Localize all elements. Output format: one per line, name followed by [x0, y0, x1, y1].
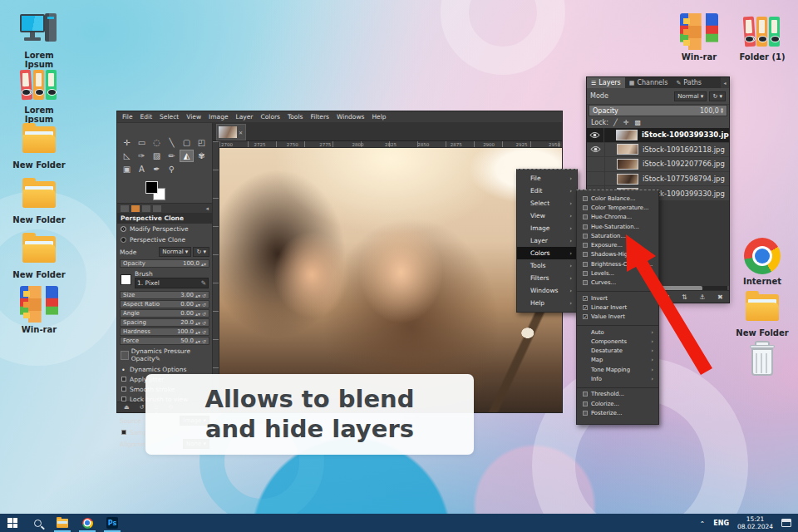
submenu-item[interactable]: Map ›	[577, 356, 658, 365]
visibility-toggle[interactable]	[587, 157, 605, 171]
desktop-icon[interactable]: New Folder	[12, 231, 66, 286]
layer-name[interactable]: iStock-1090399330.jpg	[642, 131, 729, 139]
layer-thumbnail[interactable]	[617, 174, 638, 185]
duplicate-layer-button[interactable]: ▣	[663, 293, 670, 301]
submenu-item[interactable]: ›	[577, 322, 658, 326]
context-menu-item[interactable]: Windows ›	[517, 284, 577, 297]
submenu-item[interactable]: ›	[577, 288, 658, 292]
context-menu-item[interactable]: Colors ›	[517, 247, 577, 259]
text-tool-button[interactable]: A	[135, 163, 149, 175]
spinner-icon[interactable]: ▲▼	[721, 107, 723, 114]
crop-tool-button[interactable]: ▢	[180, 136, 194, 149]
submenu-item[interactable]: Saturation... ›	[577, 231, 658, 240]
radio-dot[interactable]	[121, 226, 126, 232]
context-menu-item[interactable]: Select ›	[517, 197, 577, 209]
mode-dropdown[interactable]: Normal ▾	[159, 247, 191, 257]
desktop-icon[interactable]: Win-rar	[672, 13, 727, 62]
submenu-item[interactable]: Hue-Chroma... ›	[577, 213, 658, 222]
context-menu-item[interactable]: Image ›	[517, 222, 577, 234]
lock-toggle-icon[interactable]: ╱	[613, 119, 618, 126]
airbrush-tool-button[interactable]: ✏	[165, 150, 179, 162]
checkbox[interactable]	[121, 377, 126, 382]
layer-name[interactable]: iStock-1092207766.jpg	[643, 160, 725, 168]
move-tool-button[interactable]: ✛	[120, 136, 134, 149]
tool-option-radio[interactable]: Modify Perspective	[117, 224, 212, 234]
menu-item[interactable]: Layer	[236, 113, 254, 121]
submenu-item[interactable]: ›	[577, 384, 658, 388]
submenu-item[interactable]: Value Invert ›	[577, 313, 658, 322]
menu-item[interactable]: Help	[372, 113, 386, 121]
photo-canvas[interactable]	[219, 148, 562, 412]
gradient-tool-button[interactable]: ◺	[120, 150, 134, 162]
context-menu-item[interactable]: File ›	[517, 172, 577, 185]
submenu-item[interactable]: Brightness-Contrast... ›	[577, 259, 658, 268]
tool-opacity-slider[interactable]: Opacity 100,0 ▴▾	[120, 259, 209, 268]
submenu-item[interactable]: Threshold... ›	[577, 390, 658, 399]
restore-preset-icon[interactable]: ↺	[140, 404, 145, 411]
dock-tab[interactable]	[131, 205, 140, 212]
eraser-tool-button[interactable]: ▨	[150, 150, 164, 162]
toolbox-dock-tabs[interactable]: ◂	[117, 203, 212, 213]
notification-center-icon[interactable]	[781, 519, 791, 527]
tool-option-radio[interactable]: Perspective Clone	[117, 234, 212, 245]
measure-tool-button[interactable]: ╲	[165, 136, 179, 149]
menu-item[interactable]: View	[186, 113, 201, 121]
submenu-item[interactable]: Linear Invert ›	[577, 303, 658, 312]
delete-layer-button[interactable]: ✖	[717, 293, 723, 301]
reset-icon[interactable]: ↺	[202, 320, 206, 326]
dock-collapse-icon[interactable]: ◂	[205, 205, 209, 212]
reset-icon[interactable]: ↺	[202, 329, 206, 335]
submenu-item[interactable]: Posterize... ›	[577, 408, 658, 417]
free-select-tool-button[interactable]: ◌	[150, 136, 164, 149]
tool-option-slider[interactable]: Angle 0.00 ▴▾ ↺	[120, 309, 209, 318]
submenu-item[interactable]: Hue-Saturation... ›	[577, 222, 658, 231]
layer-row[interactable]: iStock-1090399330.jpg	[587, 128, 729, 143]
paintbrush-tool-button[interactable]: ✑	[135, 150, 149, 162]
edit-dynamics-icon[interactable]: ✎	[155, 355, 160, 362]
desktop-icon[interactable]: Lorem Ipsum	[12, 66, 66, 121]
checkbox[interactable]	[121, 367, 126, 372]
desktop-icon[interactable]: New Folder	[12, 176, 66, 231]
context-menu-item[interactable]: Filters ›	[517, 272, 577, 284]
desktop-icon[interactable]: New Folder	[12, 121, 66, 176]
zoom-tool-button[interactable]: ⚲	[165, 163, 179, 175]
submenu-item[interactable]: Exposure... ›	[577, 240, 658, 249]
language-indicator[interactable]: ENG	[713, 520, 729, 527]
dynamics-row[interactable]: Dynamics Pressure Opacity✎	[117, 346, 212, 364]
spinner-icon[interactable]: ▴▾	[201, 261, 206, 267]
reset-icon[interactable]: ↺	[202, 293, 206, 298]
smudge-tool-button[interactable]: ✾	[195, 150, 209, 162]
context-menu-item[interactable]: Help ›	[517, 297, 577, 309]
radio-dot[interactable]	[121, 237, 126, 243]
layer-opacity-slider[interactable]: Opacity 100,0 ▲▼	[589, 105, 727, 116]
layer-mode-reset-dropdown[interactable]: ↻ ▾	[709, 91, 726, 101]
visibility-toggle[interactable]	[587, 172, 605, 186]
panel-collapse-button[interactable]: ◂	[721, 77, 729, 88]
mode-reset-dropdown[interactable]: ↻ ▾	[193, 247, 209, 257]
image-tab[interactable]: ✕	[216, 124, 246, 140]
desktop-icon[interactable]: Internet	[735, 238, 790, 289]
desktop-icon[interactable]: Lorem Ipsum	[12, 12, 66, 66]
menu-item[interactable]: Image	[209, 113, 229, 121]
desktop-icon[interactable]: Win-rar	[12, 286, 66, 341]
visibility-toggle[interactable]	[587, 143, 605, 157]
layer-thumbnail[interactable]	[617, 144, 638, 155]
dock-tab[interactable]	[153, 205, 161, 212]
layer-row[interactable]: iStock-1077598794.jpg	[587, 172, 729, 187]
spinner-icon[interactable]: ▴▾	[195, 293, 200, 298]
tray-chevron-icon[interactable]: ⌃	[700, 520, 706, 528]
desktop-icon[interactable]: Folder (1)	[735, 13, 790, 62]
checkbox[interactable]	[121, 387, 126, 392]
submenu-item[interactable]: Invert ›	[577, 293, 658, 303]
merge-layer-button[interactable]: ⇅	[682, 293, 687, 301]
edit-brush-icon[interactable]: ✎	[201, 279, 206, 287]
context-menu-item[interactable]: View ›	[517, 209, 577, 222]
spinner-icon[interactable]: ▴▾	[195, 311, 200, 317]
layer-row[interactable]: iStock-1092207766.jpg	[587, 157, 729, 172]
submenu-item[interactable]: Curves... ›	[577, 278, 658, 288]
lock-toggle-icon[interactable]: ✛	[623, 119, 629, 126]
unified-transform-tool-button[interactable]: ◰	[195, 136, 209, 149]
layer-name[interactable]: iStock-1091692118.jpg	[643, 145, 725, 154]
menu-item[interactable]: Tools	[288, 113, 303, 121]
desktop-icon[interactable]: New Folder	[735, 289, 790, 341]
